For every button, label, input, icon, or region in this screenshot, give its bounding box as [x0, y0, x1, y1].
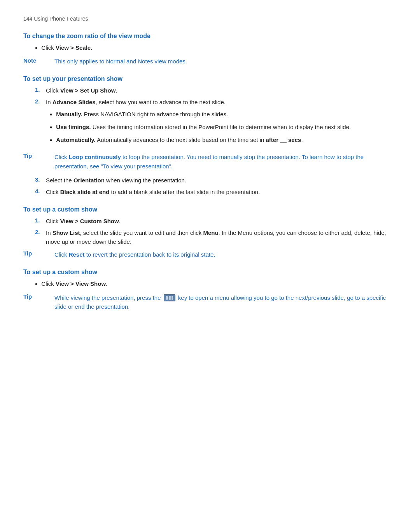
numbered-list-2: 3. Select the Orientation when viewing t… — [35, 176, 397, 197]
step-4-label: 4. — [35, 188, 46, 197]
bullet-text-view-show: Click View > View Show. — [41, 280, 107, 289]
custom-show-heading-2: To set up a custom show — [23, 269, 397, 276]
bullet-item-view-show: • Click View > View Show. — [23, 280, 397, 289]
step-1-text: Click View > Set Up Show. — [46, 86, 117, 95]
sub-bullet-manually: • Manually. Press NAVIGATION right to ad… — [50, 110, 351, 120]
step-3-text: Select the Orientation when viewing the … — [46, 176, 186, 185]
bullet-dot: • — [35, 44, 37, 53]
sub-bullet-auto-text: Automatically. Automatically advances to… — [56, 136, 303, 145]
sub-bullet-dot-2: • — [50, 123, 52, 133]
presentation-show-heading: To set up your presentation show — [23, 75, 397, 82]
step-3-label: 3. — [35, 176, 46, 185]
tip-text-2: Click Reset to revert the presentation b… — [54, 250, 215, 259]
step-1: 1. Click View > Set Up Show. — [35, 86, 397, 95]
tip-row-1: Tip Click Loop continuously to loop the … — [23, 152, 397, 171]
sub-bullet-timings-text: Use timings. Uses the timing information… — [56, 123, 351, 133]
zoom-section: To change the zoom ratio of the view mod… — [23, 33, 397, 66]
step-1-label: 1. — [35, 86, 46, 95]
custom-numbered-list: 1. Click View > Custom Show. 2. In Show … — [35, 217, 397, 247]
tip-text-3: While viewing the presentation, press th… — [54, 293, 397, 311]
custom-show-section: To set up a custom show 1. Click View > … — [23, 206, 397, 259]
note-label: Note — [23, 57, 54, 66]
page-header: 144 Using Phone Features — [23, 16, 397, 22]
note-text: This only applies to Normal and Notes vi… — [54, 57, 187, 66]
step-4: 4. Click Black slide at end to add a bla… — [35, 188, 397, 197]
sub-bullet-manually-text: Manually. Press NAVIGATION right to adva… — [56, 110, 228, 120]
sub-bullet-dot: • — [50, 110, 52, 120]
tip-row-2: Tip Click Reset to revert the presentati… — [23, 250, 397, 259]
sub-bullet-timings: • Use timings. Uses the timing informati… — [50, 123, 351, 133]
step-4-text: Click Black slide at end to add a blank … — [46, 188, 260, 197]
custom-step-1-label: 1. — [35, 217, 46, 226]
tip-label-2: Tip — [23, 250, 54, 259]
tip-label-3: Tip — [23, 293, 54, 311]
step-2-text: In Advance Slides, select how you want t… — [46, 98, 351, 149]
custom-step-2-label: 2. — [35, 229, 46, 246]
bullet-dot-view-show: • — [35, 280, 37, 289]
tip-row-3: Tip While viewing the presentation, pres… — [23, 293, 397, 311]
step-2: 2. In Advance Slides, select how you wan… — [35, 98, 397, 149]
sub-bullet-dot-3: • — [50, 136, 52, 145]
custom-step-2: 2. In Show List, select the slide you wa… — [35, 229, 397, 246]
tip-label-1: Tip — [23, 152, 54, 171]
bullet-item-view-scale: • Click View > Scale. — [23, 44, 397, 53]
step-2-label: 2. — [35, 98, 46, 149]
bullet-text: Click View > Scale. — [41, 44, 92, 53]
sub-bullets: • Manually. Press NAVIGATION right to ad… — [50, 110, 351, 146]
sub-bullet-auto: • Automatically. Automatically advances … — [50, 136, 351, 145]
tip-text-1: Click Loop continuously to loop the pres… — [54, 152, 397, 171]
custom-step-2-text: In Show List, select the slide you want … — [46, 229, 397, 246]
step-3: 3. Select the Orientation when viewing t… — [35, 176, 397, 185]
custom-show-section-2: To set up a custom show • Click View > V… — [23, 269, 397, 311]
presentation-show-section: To set up your presentation show 1. Clic… — [23, 75, 397, 197]
custom-step-1: 1. Click View > Custom Show. — [35, 217, 397, 226]
note-row: Note This only applies to Normal and Not… — [23, 57, 397, 66]
custom-step-1-text: Click View > Custom Show. — [46, 217, 121, 226]
custom-show-heading: To set up a custom show — [23, 206, 397, 213]
key-icon — [164, 294, 175, 301]
zoom-heading: To change the zoom ratio of the view mod… — [23, 33, 397, 40]
numbered-list-1: 1. Click View > Set Up Show. 2. In Advan… — [35, 86, 397, 149]
